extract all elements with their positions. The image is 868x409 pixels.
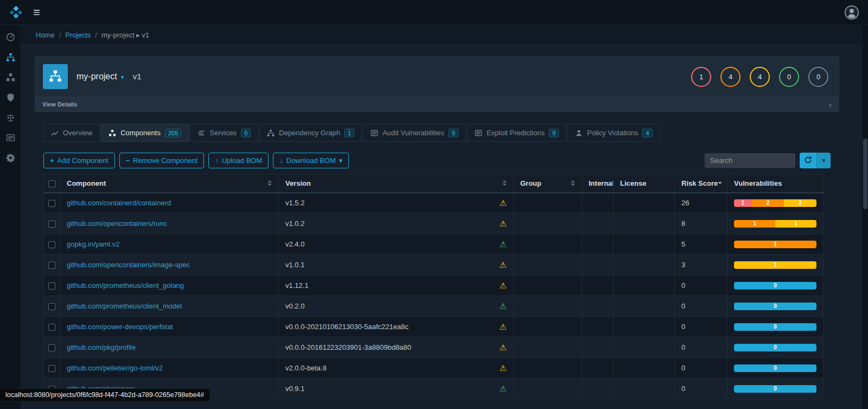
vuln-count-segment: 1 (734, 241, 816, 248)
component-link[interactable]: github.com/power-devops/perfstat (67, 323, 173, 331)
table-row[interactable]: github.com/power-devops/perfstat v0.0.0-… (44, 317, 824, 337)
tab-dependency-graph[interactable]: Dependency Graph1 (259, 124, 362, 142)
risk-score-value: 8 (681, 219, 685, 228)
menu-icon[interactable]: ≡ (33, 7, 40, 18)
row-checkbox[interactable] (48, 200, 55, 207)
refresh-button[interactable] (800, 153, 816, 168)
table-row[interactable]: github.com/prometheus/client_golang v1.1… (44, 275, 824, 296)
view-details-bar[interactable]: View Details › (35, 97, 839, 111)
table-row[interactable]: github.com/pelletier/go-toml/v2 v2.0.0-b… (44, 358, 824, 379)
row-checkbox[interactable] (48, 241, 55, 248)
component-link[interactable]: github.com/opencontainers/runc (67, 219, 167, 228)
column-header-group[interactable]: Group (514, 174, 582, 193)
tab-overview[interactable]: Overview (43, 124, 100, 142)
tab-audit-vulnerabilities[interactable]: Audit Vulnerabilities9 (363, 124, 466, 142)
version-status-icon: ⚠ (500, 302, 507, 310)
row-checkbox[interactable] (48, 262, 55, 269)
column-header-version[interactable]: Version (279, 174, 514, 193)
scrollbar-thumb[interactable] (863, 139, 867, 209)
component-link[interactable]: github.com/pkg/profile (67, 343, 136, 351)
sidebar-item-projects[interactable] (0, 47, 21, 67)
add-component-button[interactable]: + Add Component (43, 153, 115, 168)
tab-components[interactable]: Components205 (101, 124, 189, 142)
internal-cell (582, 337, 614, 358)
table-row[interactable]: github.com/containerd/containerd v1.5.2 … (44, 193, 824, 213)
tab-label: Components (120, 129, 161, 137)
sort-desc-icon[interactable] (718, 182, 722, 184)
sidebar-item-components[interactable] (0, 67, 21, 87)
gears-icon (6, 153, 15, 162)
upload-bom-button[interactable]: ↑ Upload BOM (208, 153, 269, 168)
remove-component-button[interactable]: − Remove Component (119, 153, 205, 168)
scrollbar-track[interactable] (863, 25, 868, 409)
caret-down-icon: ▾ (822, 157, 826, 163)
tab-services[interactable]: Services0 (190, 124, 258, 142)
component-link[interactable]: github.com/prometheus/client_golang (67, 281, 184, 290)
row-checkbox[interactable] (48, 282, 55, 290)
column-header-component[interactable]: Component (60, 174, 279, 193)
vuln-count-segment: 1 (734, 220, 775, 228)
group-cell (514, 193, 582, 213)
sidebar-item-licenses[interactable] (0, 108, 21, 128)
version-text: v1.12.1 (285, 281, 309, 290)
column-label: Internal (589, 179, 614, 187)
risk-score-value: 0 (681, 343, 685, 351)
search-input[interactable] (705, 153, 795, 168)
internal-cell (582, 234, 614, 255)
row-checkbox[interactable] (48, 303, 55, 310)
column-header-internal[interactable]: Internal (582, 174, 614, 193)
sort-icon[interactable] (267, 180, 272, 186)
vuln-bar: 0 (734, 385, 816, 393)
version-status-icon: ⚠ (500, 385, 507, 393)
dashboard-icon (6, 33, 15, 42)
caret-down-icon[interactable]: ▾ (121, 73, 124, 81)
component-link[interactable]: github.com/opencontainers/image-spec (67, 261, 190, 269)
risk-score-value: 5 (681, 240, 685, 248)
table-row[interactable]: github.com/pkg/profile v0.0.0-2016122320… (44, 337, 824, 358)
row-checkbox[interactable] (48, 324, 55, 331)
sidebar-item-vulnerabilities[interactable] (0, 87, 21, 108)
sidebar-item-administration[interactable] (0, 148, 21, 168)
table-row[interactable]: gopkg.in/yaml.v2 v2.4.0 ⚠ 5 1 (44, 234, 824, 255)
tab-label: Exploit Predictions (487, 129, 545, 137)
row-checkbox[interactable] (48, 365, 55, 372)
version-status-icon: ⚠ (500, 240, 507, 248)
table-row[interactable]: github.com/opencontainers/image-spec v1.… (44, 255, 824, 275)
column-header-license[interactable]: License (614, 174, 675, 193)
version-text: v0.0.0-20210106213030-5aafc221ea8c (285, 323, 409, 331)
sort-icon[interactable] (502, 180, 507, 186)
row-checkbox[interactable] (48, 221, 55, 228)
download-bom-button[interactable]: ↓ Download BOM ▾ (273, 153, 349, 168)
table-row[interactable]: github.com/prometheus/client_model v0.2.… (44, 296, 824, 317)
tab-label: Overview (63, 129, 92, 137)
upload-bom-label: Upload BOM (222, 156, 262, 165)
select-all-checkbox[interactable] (48, 180, 55, 187)
row-checkbox[interactable] (48, 344, 55, 351)
sidebar-item-dashboard[interactable] (0, 27, 21, 47)
vuln-bar: 1 (734, 241, 816, 248)
component-link[interactable]: gopkg.in/yaml.v2 (67, 240, 120, 248)
vuln-count-segment: 0 (734, 364, 816, 372)
column-header-vulnerabilities[interactable]: Vulnerabilities (727, 174, 824, 193)
component-link[interactable]: github.com/prometheus/client_model (67, 302, 182, 310)
project-name[interactable]: my-project (76, 72, 117, 81)
component-link[interactable]: github.com/pelletier/go-toml/v2 (67, 364, 163, 372)
dependency-track-logo[interactable] (9, 5, 23, 20)
license-cell (614, 275, 675, 296)
sidebar-item-vulnerability-audit[interactable] (0, 128, 21, 148)
minus-icon: − (126, 156, 130, 165)
severity-critical-count: 1 (691, 67, 711, 87)
component-link[interactable]: github.com/containerd/containerd (67, 199, 171, 207)
tab-policy-violations[interactable]: Policy Violations4 (567, 124, 660, 142)
breadcrumb-projects-link[interactable]: Projects (65, 31, 91, 39)
column-label: Risk Score (681, 179, 718, 187)
chart-icon (51, 129, 59, 137)
table-options-dropdown[interactable]: ▾ (816, 153, 831, 168)
table-row[interactable]: github.com/opencontainers/runc v1.0.2 ⚠ … (44, 213, 824, 234)
user-avatar[interactable] (844, 5, 859, 20)
tab-exploit-predictions[interactable]: Exploit Predictions9 (467, 124, 566, 142)
column-header-risk-score[interactable]: Risk Score (675, 174, 727, 193)
breadcrumb-home-link[interactable]: Home (36, 31, 55, 39)
sort-icon[interactable] (571, 180, 575, 186)
upload-icon: ↑ (215, 156, 219, 165)
